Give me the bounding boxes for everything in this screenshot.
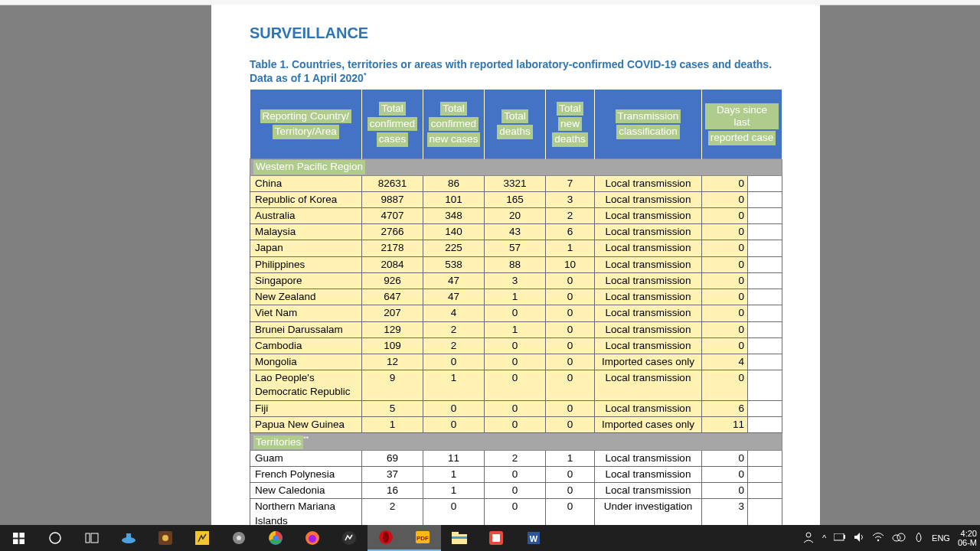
cell-cases: 647 <box>362 289 423 305</box>
table-row: Lao People'sDemocratic Republic9100Local… <box>250 370 782 400</box>
cell-transmission: Imported cases only <box>595 354 702 370</box>
cell-days: 0 <box>702 208 748 224</box>
cell-country: Mongolia <box>250 354 362 370</box>
col-new-cases: Totalconfirmednew cases <box>423 90 485 159</box>
app-icon-2[interactable] <box>147 525 184 551</box>
word-icon[interactable]: W <box>514 525 551 551</box>
table-caption-text: Table 1. Countries, territories or areas… <box>250 58 772 84</box>
col-transmission: Transmissionclassification <box>595 90 702 159</box>
tray-clock[interactable]: 4:20 06-M <box>958 529 977 547</box>
cell-days: 0 <box>702 272 748 289</box>
cell-days: 0 <box>702 370 748 400</box>
svg-rect-3 <box>19 539 24 544</box>
cell-d: 0 <box>485 370 546 400</box>
app-icon-5[interactable] <box>331 525 368 551</box>
tray-wifi-icon[interactable] <box>872 533 884 543</box>
svg-rect-8 <box>126 533 131 540</box>
cell-deaths: 0 <box>485 467 546 483</box>
tray-app-icon[interactable] <box>913 532 924 544</box>
tray-volume-icon[interactable] <box>854 532 864 544</box>
cell-nc: 1 <box>423 370 485 400</box>
cell-transmission: Local transmission <box>595 272 702 289</box>
table-row: Philippines20845388810Local transmission… <box>250 256 782 272</box>
cell-cases: 16 <box>362 483 423 499</box>
cell-days: 0 <box>702 467 748 483</box>
tray-language[interactable]: ENG <box>932 533 950 543</box>
col-new-deaths: Totalnewdeaths <box>546 90 595 159</box>
start-button[interactable] <box>0 525 37 551</box>
cell-blank <box>748 289 782 305</box>
app-icon-4[interactable] <box>220 525 257 551</box>
cell-new-cases: 47 <box>423 272 485 289</box>
system-tray: ^ ENG 4:20 06-M <box>802 529 980 547</box>
cell-deaths: 2 <box>485 450 546 466</box>
cell-cases: 9887 <box>362 191 423 207</box>
app-icon-3[interactable] <box>184 525 220 551</box>
cell-blank <box>748 450 782 466</box>
cell-new-deaths: 10 <box>546 256 595 272</box>
table-row: French Polynesia37100Local transmission0 <box>250 467 782 483</box>
table-row: Australia4707348202Local transmission0 <box>250 208 782 224</box>
cell-blank <box>748 256 782 272</box>
tray-chevron-icon[interactable]: ^ <box>822 533 826 543</box>
cell-days: 11 <box>702 416 748 432</box>
table-row: Fiji5000Local transmission6 <box>250 400 782 416</box>
cell-country: Papua New Guinea <box>250 416 362 432</box>
cell-new-deaths: 3 <box>546 191 595 207</box>
cell-cases: 37 <box>362 467 423 483</box>
chrome-icon[interactable] <box>257 525 294 551</box>
cell-new-deaths: 0 <box>546 337 595 354</box>
tray-battery-icon[interactable] <box>834 533 846 543</box>
cell-days: 0 <box>702 224 748 240</box>
cortana-icon[interactable] <box>37 525 74 551</box>
cell-cases: 129 <box>362 321 423 337</box>
cell-country: Brunei Darussalam <box>250 321 362 337</box>
cell-blank <box>748 483 782 499</box>
table-caption-sup: * <box>364 72 367 80</box>
cell-cases: 69 <box>362 450 423 466</box>
pdf-app-icon[interactable]: PDF <box>404 525 441 551</box>
table-row: Malaysia2766140436Local transmission0 <box>250 224 782 240</box>
cell-blank <box>748 337 782 354</box>
cell-deaths: 43 <box>485 224 546 240</box>
col-cases: Totalconfirmedcases <box>362 90 423 159</box>
cell-new-deaths: 0 <box>546 483 595 499</box>
section-heading: SURVEILLANCE <box>250 24 782 42</box>
cell-days: 0 <box>702 289 748 305</box>
windows-taskbar: PDF W ^ ENG 4:20 06-M <box>0 525 980 551</box>
cell-new-cases: 11 <box>423 450 485 466</box>
svg-rect-1 <box>19 533 24 538</box>
cell-new-deaths: 6 <box>546 224 595 240</box>
table-row: China826318633217Local transmission0 <box>250 175 782 191</box>
task-view-icon[interactable] <box>74 525 110 551</box>
col-days: Days since lastreported case <box>702 90 782 159</box>
svg-point-34 <box>877 540 879 541</box>
app-icon-1[interactable] <box>110 525 147 551</box>
file-explorer-icon[interactable] <box>441 525 478 551</box>
cell-blank <box>748 416 782 432</box>
svg-point-21 <box>383 532 389 543</box>
cell-days: 0 <box>702 337 748 354</box>
cell-transmission: Local transmission <box>595 208 702 224</box>
tray-people-icon[interactable] <box>802 531 815 545</box>
tray-cloud-icon[interactable] <box>892 533 906 543</box>
app-icon-6[interactable] <box>478 525 514 551</box>
cell-transmission: Local transmission <box>595 289 702 305</box>
cell-new-cases: 2 <box>423 337 485 354</box>
cell-cases: 5 <box>362 400 423 416</box>
opera-icon[interactable] <box>368 525 404 551</box>
cell-cases: 1 <box>362 416 423 432</box>
svg-point-36 <box>897 533 905 541</box>
cell-country: Philippines <box>250 256 362 272</box>
cell-c: 9 <box>362 370 423 400</box>
cell-transmission: Imported cases only <box>595 416 702 432</box>
cell-deaths: 0 <box>485 400 546 416</box>
table-caption: Table 1. Countries, territories or areas… <box>250 57 782 85</box>
cell-new-deaths: 0 <box>546 272 595 289</box>
firefox-icon[interactable] <box>294 525 331 551</box>
cell-deaths: 88 <box>485 256 546 272</box>
cell-transmission: Local transmission <box>595 467 702 483</box>
cell-country: New Caledonia <box>250 483 362 499</box>
cell-blank <box>748 240 782 256</box>
cell-cases: 926 <box>362 272 423 289</box>
